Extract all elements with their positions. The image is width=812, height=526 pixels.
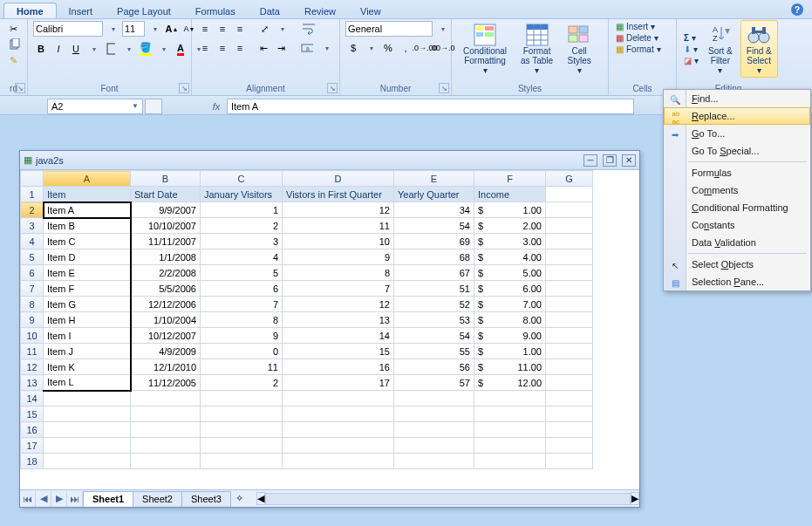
cell[interactable]	[546, 375, 593, 391]
cell[interactable]: Item C	[44, 234, 131, 249]
decrease-indent-button[interactable]: ⇤	[256, 40, 271, 56]
menu-comments[interactable]: Comments	[664, 181, 810, 199]
cell[interactable]	[546, 391, 593, 406]
row-header-1[interactable]: 1	[21, 187, 44, 202]
cell[interactable]	[546, 218, 593, 234]
cell[interactable]: 10	[283, 234, 394, 249]
merge-dropdown[interactable]	[318, 40, 334, 56]
cut-button[interactable]: ✂	[5, 21, 21, 37]
cell[interactable]: 16	[283, 359, 394, 375]
cell[interactable]: Item L	[44, 375, 131, 391]
sheet-tab-sheet3[interactable]: Sheet3	[181, 491, 231, 507]
help-icon[interactable]: ?	[791, 3, 803, 16]
menu-conditional-formatting[interactable]: Conditional Formatting	[664, 199, 810, 216]
cell[interactable]	[546, 359, 593, 375]
row-header-11[interactable]: 11	[21, 344, 44, 359]
cell[interactable]: $8.00	[474, 312, 546, 328]
cell[interactable]: 5	[201, 265, 283, 281]
cell[interactable]: $4.00	[474, 249, 546, 265]
cell[interactable]: Item H	[44, 312, 131, 328]
cell-styles-button[interactable]: Cell Styles▾	[561, 20, 597, 78]
cell[interactable]: 7	[283, 281, 394, 297]
cell[interactable]: 8	[283, 265, 394, 281]
clipboard-launcher[interactable]: ↘	[15, 83, 25, 93]
cell[interactable]: 68	[394, 249, 474, 265]
conditional-formatting-button[interactable]: Conditional Formatting▾	[457, 20, 513, 78]
cell[interactable]	[546, 249, 593, 265]
cell[interactable]: Vistors in First Quarter	[283, 187, 394, 202]
cell[interactable]: 8	[201, 312, 283, 328]
cell[interactable]	[131, 391, 201, 406]
cell[interactable]: Item A	[44, 202, 131, 218]
cell[interactable]: 12	[283, 202, 394, 218]
cell[interactable]: $6.00	[474, 281, 546, 297]
number-format-dropdown[interactable]	[434, 21, 450, 37]
cell[interactable]: $9.00	[474, 328, 546, 344]
row-header-7[interactable]: 7	[21, 281, 44, 297]
cell[interactable]: Item D	[44, 249, 131, 265]
cell[interactable]: 6	[201, 281, 283, 297]
cell[interactable]: 13	[283, 312, 394, 328]
row-header-17[interactable]: 17	[21, 438, 44, 454]
menu-find[interactable]: 🔍 Find...	[664, 90, 810, 107]
tab-data[interactable]: Data	[248, 3, 292, 18]
cell[interactable]	[474, 406, 546, 422]
cell[interactable]	[201, 406, 283, 422]
row-header-8[interactable]: 8	[21, 297, 44, 312]
align-top-button[interactable]: ≡	[197, 21, 213, 37]
cell[interactable]: 12/1/2010	[131, 359, 201, 375]
cell[interactable]: Yearly Quarter	[394, 187, 474, 202]
cell[interactable]: Item E	[44, 265, 131, 281]
cell[interactable]	[131, 438, 201, 454]
cell[interactable]: 1/10/2004	[131, 312, 201, 328]
cell[interactable]: 3	[201, 234, 283, 249]
menu-goto[interactable]: ➡ Go To...	[664, 125, 810, 142]
menu-formulas[interactable]: Formulas	[664, 164, 810, 181]
format-as-table-button[interactable]: Format as Table▾	[515, 20, 559, 78]
cell[interactable]	[546, 422, 593, 438]
cell[interactable]	[394, 438, 474, 454]
cell[interactable]: 9/9/2007	[131, 202, 201, 218]
row-header-13[interactable]: 13	[21, 375, 44, 391]
cell[interactable]	[44, 406, 131, 422]
alignment-launcher[interactable]: ↘	[327, 83, 338, 93]
cell[interactable]	[44, 391, 131, 406]
font-color-button[interactable]: A	[173, 41, 188, 58]
fill-color-dropdown[interactable]	[155, 41, 171, 57]
cell[interactable]: $12.00	[474, 375, 546, 391]
cell[interactable]: Income	[474, 187, 546, 202]
orientation-dropdown[interactable]	[274, 21, 290, 37]
tab-review[interactable]: Review	[292, 3, 348, 18]
cell[interactable]	[546, 202, 593, 218]
format-painter-button[interactable]: ✎	[5, 52, 21, 68]
row-header-18[interactable]: 18	[21, 454, 44, 469]
cell[interactable]: $2.00	[474, 218, 546, 234]
maximize-button[interactable]: ❐	[603, 154, 617, 167]
font-name-input[interactable]	[33, 21, 103, 37]
cell[interactable]: 14	[283, 328, 394, 344]
row-header-9[interactable]: 9	[21, 312, 44, 328]
cell[interactable]: 11/12/2005	[131, 375, 201, 391]
border-button[interactable]	[103, 41, 119, 57]
cell[interactable]: 55	[394, 344, 474, 359]
delete-cells-button[interactable]: ▦Delete ▾	[614, 32, 671, 44]
cell[interactable]	[201, 438, 283, 454]
cell[interactable]: 54	[394, 328, 474, 344]
tab-view[interactable]: View	[348, 3, 393, 18]
align-left-button[interactable]: ≡	[197, 40, 213, 56]
cell[interactable]	[131, 454, 201, 469]
cell[interactable]: 4	[201, 249, 283, 265]
menu-replace[interactable]: abac Replace...	[664, 107, 810, 125]
sheet-nav-first[interactable]: ⏮	[20, 491, 36, 507]
align-bottom-button[interactable]: ≡	[232, 21, 248, 37]
sheet-tab-sheet1[interactable]: Sheet1	[83, 491, 133, 507]
fill-color-button[interactable]: 🪣	[138, 40, 154, 58]
cell[interactable]: 34	[394, 202, 474, 218]
cell[interactable]: 69	[394, 234, 474, 249]
font-size-dropdown[interactable]	[147, 21, 162, 37]
cell[interactable]: $5.00	[474, 265, 546, 281]
cell[interactable]	[546, 297, 593, 312]
row-header-5[interactable]: 5	[21, 249, 44, 265]
cell[interactable]: 54	[394, 218, 474, 234]
row-header-2[interactable]: 2	[21, 202, 44, 218]
